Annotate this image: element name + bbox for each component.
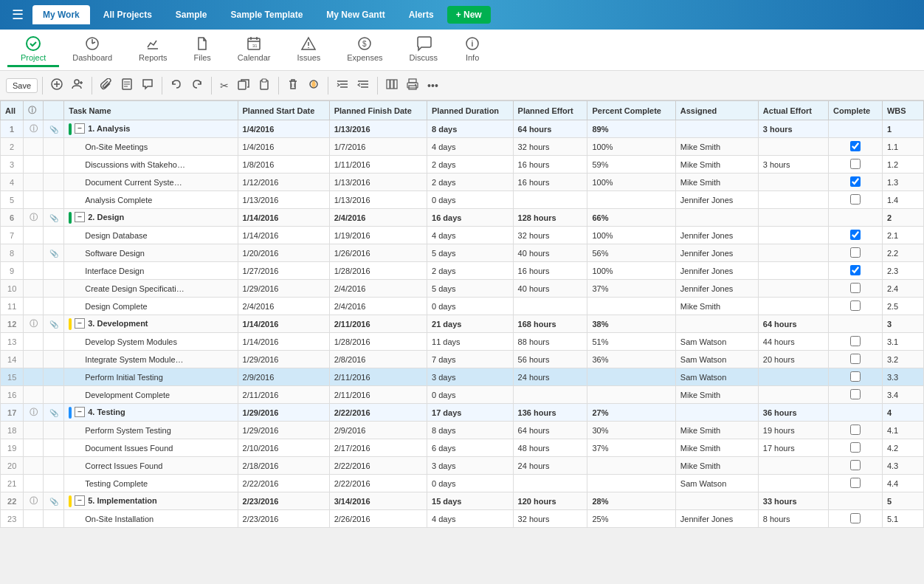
table-row[interactable]: 10Create Design Specificati…1/29/20162/4… [1, 280, 924, 298]
complete-checkbox[interactable] [850, 371, 861, 382]
nav-item-discuss[interactable]: Discuss [396, 32, 452, 67]
nav-item-expenses[interactable]: $ Expenses [334, 32, 396, 67]
table-row[interactable]: 1ⓘ📎−1. Analysis1/4/20161/13/20168 days64… [1, 120, 924, 138]
print-button[interactable] [403, 76, 422, 95]
table-row[interactable]: 19Document Issues Found2/10/20162/17/201… [1, 439, 924, 457]
columns-button[interactable] [382, 76, 401, 95]
table-row[interactable]: 2On-Site Meetings1/4/20161/7/20164 days3… [1, 138, 924, 156]
nav-tab-my-new-gantt[interactable]: My New Gantt [316, 5, 395, 24]
table-row[interactable]: 23On-Site Installation2/23/20162/26/2016… [1, 510, 924, 528]
collapse-button[interactable]: − [75, 212, 85, 222]
complete-checkbox[interactable] [850, 442, 861, 453]
separator-7 [377, 77, 378, 95]
collapse-button[interactable]: − [75, 318, 85, 329]
undo-button[interactable] [167, 76, 186, 95]
cut-button[interactable]: ✂ [216, 78, 232, 94]
hamburger-icon[interactable]: ☰ [6, 4, 30, 26]
row-planned-finish: 1/28/2016 [329, 333, 427, 351]
table-row[interactable]: 18Perform System Testing1/29/20162/9/201… [1, 422, 924, 439]
row-attach-cell [44, 439, 64, 457]
row-planned-duration: 0 days [427, 191, 514, 209]
add-user-button[interactable] [68, 76, 87, 95]
table-row[interactable]: 22ⓘ📎−5. Implementation2/23/20163/14/2016… [1, 492, 924, 510]
indent-button[interactable] [333, 76, 352, 95]
complete-checkbox[interactable] [850, 354, 861, 364]
collapse-button[interactable]: − [75, 123, 85, 134]
nav-item-issues[interactable]: Issues [283, 32, 334, 67]
nav-item-calendar[interactable]: 31 Calendar [224, 32, 284, 67]
table-row[interactable]: 4Document Current Syste…1/12/20161/13/20… [1, 174, 924, 191]
row-complete-cell [829, 386, 883, 404]
table-row[interactable]: 7Design Database1/14/20161/19/20164 days… [1, 227, 924, 244]
nav-item-dashboard[interactable]: Dashboard [59, 32, 125, 67]
complete-checkbox[interactable] [850, 478, 861, 488]
row-planned-effort: 24 hours [513, 368, 587, 386]
col-header-complete: Complete [829, 101, 883, 120]
nav-tab-alerts[interactable]: Alerts [399, 5, 444, 24]
complete-checkbox[interactable] [850, 336, 861, 346]
redo-button[interactable] [187, 76, 207, 95]
complete-checkbox[interactable] [850, 176, 861, 187]
nav-item-project[interactable]: Project [7, 32, 59, 67]
new-button[interactable]: + New [447, 6, 491, 24]
comment-button[interactable] [138, 76, 157, 95]
color-button[interactable] [304, 76, 323, 95]
row-actual-effort [758, 280, 828, 298]
more-button[interactable]: ••• [424, 78, 442, 94]
row-complete-cell [829, 475, 883, 492]
table-row[interactable]: 17ⓘ📎−4. Testing1/29/20162/22/201617 days… [1, 404, 924, 422]
row-info-cell [24, 351, 44, 368]
collapse-button[interactable]: − [75, 495, 85, 506]
table-row[interactable]: 6ⓘ📎−2. Design1/14/20162/4/201616 days128… [1, 209, 924, 227]
table-row[interactable]: 12ⓘ📎−3. Development1/14/20162/11/201621 … [1, 315, 924, 333]
row-assigned: Jennifer Jones [675, 510, 758, 528]
table-row[interactable]: 5Analysis Complete1/13/20161/13/20160 da… [1, 191, 924, 209]
notes-button[interactable] [117, 76, 137, 95]
row-info-cell [24, 439, 44, 457]
row-planned-duration: 3 days [427, 457, 514, 475]
complete-checkbox[interactable] [850, 230, 861, 240]
main-table-container[interactable]: All ⓘ Task Name Planned Start Date Plann… [0, 100, 924, 566]
complete-checkbox[interactable] [850, 425, 861, 435]
table-row[interactable]: 14Integrate System Module…1/29/20162/8/2… [1, 351, 924, 368]
complete-checkbox[interactable] [850, 159, 861, 169]
complete-checkbox[interactable] [850, 265, 861, 275]
table-row[interactable]: 9Interface Design1/27/20161/28/20162 day… [1, 262, 924, 280]
paste-button[interactable] [255, 76, 274, 95]
complete-checkbox[interactable] [850, 389, 861, 399]
table-row[interactable]: 11Design Complete2/4/20162/4/20160 daysM… [1, 298, 924, 315]
table-row[interactable]: 8📎Software Design1/20/20161/26/20165 day… [1, 244, 924, 262]
row-planned-duration: 3 days [427, 368, 514, 386]
complete-checkbox[interactable] [850, 513, 861, 523]
outdent-button[interactable] [354, 76, 373, 95]
save-button[interactable]: Save [6, 78, 38, 93]
row-planned-finish: 2/22/2016 [329, 475, 427, 492]
nav-item-info[interactable]: i Info [451, 32, 494, 67]
copy-button[interactable] [234, 76, 253, 95]
table-row[interactable]: 15Perform Initial Testing2/9/20162/11/20… [1, 368, 924, 386]
nav-item-files[interactable]: Files [181, 32, 224, 67]
complete-checkbox[interactable] [850, 194, 861, 205]
nav-tab-my-work[interactable]: My Work [32, 5, 90, 24]
complete-checkbox[interactable] [850, 141, 861, 151]
row-planned-effort: 16 hours [513, 156, 587, 174]
collapse-button[interactable]: − [75, 407, 85, 417]
attach-button[interactable] [97, 76, 116, 95]
row-planned-start: 1/14/2016 [238, 315, 329, 333]
complete-checkbox[interactable] [850, 460, 861, 470]
complete-checkbox[interactable] [850, 247, 861, 258]
nav-tab-sample-template[interactable]: Sample Template [221, 5, 314, 24]
add-task-button[interactable] [47, 76, 66, 95]
table-row[interactable]: 21Testing Complete2/22/20162/22/20160 da… [1, 475, 924, 492]
complete-checkbox[interactable] [850, 300, 861, 311]
complete-checkbox[interactable] [850, 283, 861, 293]
nav-item-reports[interactable]: Reports [125, 32, 181, 67]
table-row[interactable]: 3Discussions with Stakeho…1/8/20161/11/2… [1, 156, 924, 174]
nav-item-issues-label: Issues [297, 53, 320, 62]
table-row[interactable]: 16Development Complete2/11/20162/11/2016… [1, 386, 924, 404]
nav-tab-all-projects[interactable]: All Projects [93, 5, 162, 24]
nav-tab-sample[interactable]: Sample [165, 5, 218, 24]
table-row[interactable]: 13Develop System Modules1/14/20161/28/20… [1, 333, 924, 351]
delete-button[interactable] [283, 76, 303, 95]
table-row[interactable]: 20Correct Issues Found2/18/20162/22/2016… [1, 457, 924, 475]
